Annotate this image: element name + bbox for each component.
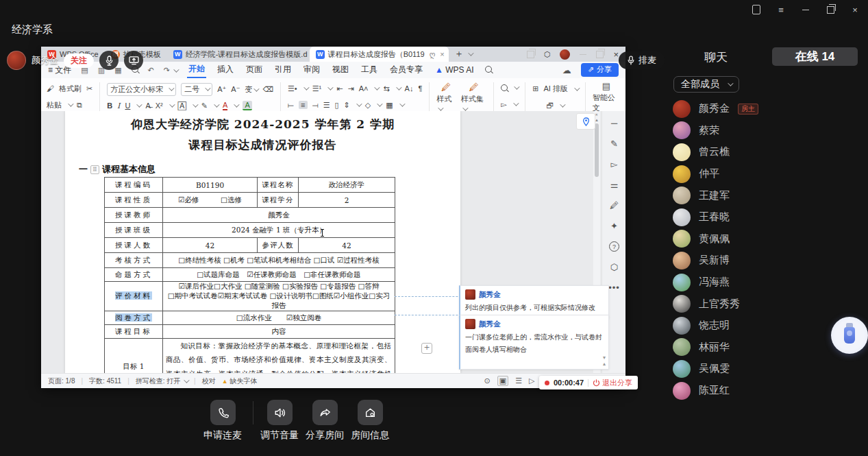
number-list-icon[interactable]: ☰¹ xyxy=(312,84,322,93)
usb-drive-float-icon[interactable] xyxy=(831,317,868,354)
menu-tab-view[interactable]: 视图 xyxy=(331,62,350,77)
presenter-avatar[interactable] xyxy=(7,51,26,70)
new-tab-button[interactable]: ＋ xyxy=(449,47,478,62)
settings-sliders-icon[interactable]: ⚌ xyxy=(610,180,619,190)
undo-icon[interactable]: ↶ xyxy=(148,66,154,75)
member-row[interactable]: 曾云樵 xyxy=(673,141,864,163)
location-pin-button[interactable] xyxy=(576,113,595,130)
request-mic-button[interactable] xyxy=(210,400,236,425)
follow-button[interactable]: 关注 xyxy=(64,53,94,68)
smart-doc-button[interactable]: ▤ 智能公文 xyxy=(593,80,620,113)
format-painter-label[interactable]: 格式刷 xyxy=(59,84,82,94)
doc-tab-1[interactable]: W 经济学院-课程目标达成度报告模版.d × xyxy=(167,47,310,62)
wps-close-icon[interactable]: × xyxy=(613,49,619,60)
align-center-icon[interactable]: ≡ xyxy=(299,101,307,109)
bullet-list-icon[interactable]: ☰• xyxy=(288,84,297,93)
paste-button[interactable]: 粘贴 xyxy=(47,100,62,110)
scrollbar-thumb[interactable] xyxy=(595,123,599,177)
find-icon[interactable] xyxy=(501,84,508,91)
wps-account-avatar[interactable] xyxy=(560,49,570,60)
share-room-button[interactable] xyxy=(312,400,338,425)
eye-icon[interactable]: ⊙ xyxy=(484,376,491,385)
outdent-icon[interactable]: ⇤ xyxy=(336,84,343,93)
integration-icon[interactable]: ⬡ xyxy=(544,50,551,59)
member-row[interactable]: 王建军 xyxy=(673,184,864,206)
align-left-icon[interactable]: ⟝ xyxy=(288,101,294,110)
font-decrease-icon[interactable]: A⁻ xyxy=(231,85,240,94)
volume-button[interactable] xyxy=(267,400,293,425)
missing-font-warning[interactable]: ▲ 缺失字体 xyxy=(222,376,258,386)
close-tab-icon[interactable]: × xyxy=(440,50,444,58)
ai-layout-button[interactable]: AI 排版 xyxy=(543,84,567,94)
exit-share-button[interactable]: 退出分享 xyxy=(593,378,632,388)
menu-tab-page[interactable]: 页面 xyxy=(245,62,264,77)
bold-icon[interactable]: B xyxy=(107,101,112,110)
distribute-icon[interactable]: ▯ xyxy=(335,101,339,110)
help-icon[interactable]: ? xyxy=(609,241,619,252)
menu-tab-review[interactable]: 审阅 xyxy=(302,62,321,77)
styles-button[interactable]: 🖉 样式 xyxy=(436,80,455,113)
menu-tab-insert[interactable]: 插入 xyxy=(216,62,235,77)
wps-minimize-icon[interactable] xyxy=(580,54,586,55)
style-set-button[interactable]: 🖉 样式集 xyxy=(461,80,487,113)
shading-fill-icon[interactable]: ◇ xyxy=(365,101,371,110)
annotate-doc-icon[interactable]: 🖉 xyxy=(610,200,619,211)
text-effect-icon[interactable]: 变 xyxy=(245,84,258,95)
wps-restore-icon[interactable] xyxy=(596,51,604,58)
screen-share-button[interactable] xyxy=(124,51,143,70)
doc-tab-2[interactable]: W 课程目标达成度报告（B0119 ღ × xyxy=(310,47,449,62)
member-row[interactable]: 吴佩雯 xyxy=(673,358,864,380)
format-painter-icon[interactable]: 🖌 xyxy=(47,84,54,93)
font-size-select[interactable]: 二号 xyxy=(181,83,212,96)
member-row[interactable]: 黄佩佩 xyxy=(673,228,864,250)
comment-card[interactable]: 颜秀金 一门课多位老师上的，需流水作业，与试卷封面阅卷人填写相吻合 ▾▴ xyxy=(459,315,609,370)
font-color-icon[interactable]: A xyxy=(223,101,227,110)
search-icon[interactable] xyxy=(485,66,492,74)
member-row[interactable]: 王春晓 xyxy=(673,206,864,228)
copy-icon[interactable]: ⧉ xyxy=(77,101,82,110)
highlight-pen-icon[interactable]: ✎ xyxy=(201,101,208,110)
room-info-button[interactable] xyxy=(358,400,383,425)
comment-card[interactable]: 颜秀金 列出的项目仅供参考，可根据实际情况修改 xyxy=(459,285,609,319)
document-page[interactable]: 仰恩大学经济学院 2024-2025 学年第 2 学期 课程目标达成情况评价报告… xyxy=(65,111,460,374)
justify-icon[interactable]: ☰ xyxy=(323,101,330,110)
show-marks-icon[interactable]: ¶ xyxy=(418,84,422,93)
superscript-icon[interactable]: X² xyxy=(156,101,163,110)
proofread-button[interactable]: 校对 xyxy=(202,376,216,386)
border-icon[interactable]: ▦ xyxy=(386,101,393,110)
comment-nav-icons[interactable]: ▾▴ xyxy=(603,355,606,368)
font-name-select[interactable]: 方正公文小标宋 xyxy=(107,83,176,96)
collapse-icon[interactable]: ─ xyxy=(611,118,617,128)
mic-button[interactable] xyxy=(99,51,119,70)
member-row[interactable]: 仲平 xyxy=(673,163,864,185)
menu-tab-tools[interactable]: 工具 xyxy=(360,62,379,77)
cut-icon[interactable]: ✂ xyxy=(86,84,92,93)
sort-icon[interactable]: A↓ xyxy=(405,84,414,93)
mic-queue-button[interactable]: 排麦 xyxy=(619,51,665,69)
member-row[interactable]: 蔡荣 xyxy=(673,120,864,142)
shading-icon[interactable]: 🄰 xyxy=(178,101,186,110)
tab-chat[interactable]: 聊天 xyxy=(704,49,728,65)
member-row[interactable]: 陈亚红 xyxy=(673,380,864,402)
clear-format-icon[interactable]: ⌫ xyxy=(262,85,273,94)
line-spacing-icon[interactable]: ⇕ xyxy=(344,101,350,110)
table-handle-icon[interactable]: ⠿ xyxy=(90,165,99,174)
direction-icon[interactable]: ⇆ xyxy=(383,84,389,93)
member-row[interactable]: 吴新博 xyxy=(673,250,864,272)
outline-view-icon[interactable]: ☰ xyxy=(515,376,522,385)
member-row[interactable]: 上官秀秀 xyxy=(673,293,864,315)
tools-wand-icon[interactable]: ✦ xyxy=(610,221,618,231)
edit-pen-icon[interactable]: ✎ xyxy=(610,139,618,149)
underline-icon[interactable]: U xyxy=(125,101,130,110)
menu-tab-reference[interactable]: 引用 xyxy=(273,62,293,77)
italic-icon[interactable]: I xyxy=(117,101,120,110)
menu-tab-member[interactable]: 会员专享 xyxy=(388,62,424,77)
spellcheck-status[interactable]: 拼写检查: 打开 xyxy=(136,376,188,386)
page-view-icon[interactable]: ▣ xyxy=(497,376,508,386)
member-filter-dropdown[interactable]: 全部成员 xyxy=(673,76,739,93)
select-arrow-icon[interactable]: ▻ xyxy=(611,159,618,169)
share-button[interactable]: ⇗ 分享 xyxy=(581,63,619,77)
char-scale-icon[interactable]: A˄ xyxy=(359,84,369,93)
highlight-color-icon[interactable]: A xyxy=(243,101,251,110)
member-row[interactable]: 颜秀金房主 xyxy=(673,98,864,120)
